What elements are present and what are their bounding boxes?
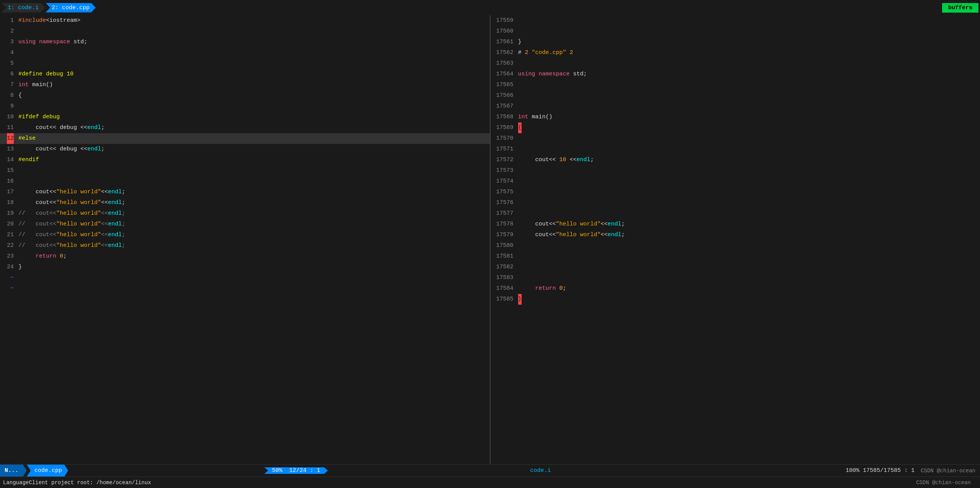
rline-17577: 17577	[491, 208, 980, 219]
bottom-text: LanguageClient project root: /home/ocean…	[3, 480, 151, 486]
status-center: 50% 12/24 : 1	[68, 467, 524, 474]
rline-17570: 17570	[491, 133, 980, 144]
watermark-bottom: CSDN @chian-ocean	[916, 480, 977, 486]
line-1: 1 #include<iostream>	[0, 15, 490, 26]
rline-17560: 17560	[491, 26, 980, 37]
rline-17582: 17582	[491, 262, 980, 273]
watermark: CSDN @chian-ocean	[921, 468, 980, 474]
rline-17585: 17585 }	[491, 294, 980, 305]
left-pane: 1 #include<iostream> 2 3 using namespace…	[0, 15, 491, 464]
rline-17569: 17569 {	[491, 122, 980, 133]
line-tilde-1: ~	[0, 273, 490, 283]
line-12: 12 #else	[0, 133, 490, 144]
line-5: 5	[0, 58, 490, 69]
rline-17573: 17573	[491, 165, 980, 176]
rline-17584: 17584 return 0;	[491, 283, 980, 294]
percent-label: 50%	[272, 467, 282, 474]
editor-container: 1: code.i 2: code.cpp buffers 1 #include…	[0, 0, 980, 488]
line-2: 2	[0, 26, 490, 37]
line-7: 7 int main()	[0, 80, 490, 90]
line-9: 9	[0, 101, 490, 112]
status-bar: N... code.cpp 50% 12/24 : 1 code.i 100% …	[0, 464, 980, 477]
rline-17583: 17583	[491, 273, 980, 283]
status-position: 50% 12/24 : 1	[264, 467, 328, 474]
rline-17559: 17559	[491, 15, 980, 26]
tab-code-cpp-label: 2: code.cpp	[52, 5, 90, 11]
line-11: 11 cout<< debug <<endl;	[0, 122, 490, 133]
line-3: 3 using namespace std;	[0, 37, 490, 47]
rline-17567: 17567	[491, 101, 980, 112]
rline-17579: 17579 cout<<"hello world"<<endl;	[491, 230, 980, 240]
rline-17572: 17572 cout<< 10 <<endl;	[491, 155, 980, 165]
rline-17575: 17575	[491, 187, 980, 197]
tab-code-i-label: 1: code.i	[8, 5, 39, 11]
rline-17564: 17564 using namespace std;	[491, 69, 980, 80]
rline-17566: 17566	[491, 90, 980, 101]
line-14: 14 #endif	[0, 155, 490, 165]
rline-17568: 17568 int main()	[491, 112, 980, 122]
mode-indicator: N...	[0, 465, 27, 477]
line-17: 17 cout<<"hello world"<<endl;	[0, 187, 490, 197]
right-pane: 17559 17560 17561 } 17562 # 2 "code.cpp"…	[491, 15, 980, 464]
rline-17571: 17571	[491, 144, 980, 155]
status-right-info: 100% 17585/17585 : 1	[839, 467, 921, 474]
line-4: 4	[0, 47, 490, 58]
rline-17565: 17565	[491, 80, 980, 90]
line-13: 13 cout<< debug <<endl;	[0, 144, 490, 155]
right-code-area[interactable]: 17559 17560 17561 } 17562 # 2 "code.cpp"…	[491, 15, 980, 464]
rline-17574: 17574	[491, 176, 980, 187]
line-8: 8 {	[0, 90, 490, 101]
line-15: 15	[0, 165, 490, 176]
filename-left-label: code.cpp	[34, 467, 62, 474]
status-filename-right: code.i	[524, 467, 557, 474]
buffers-button[interactable]: buffers	[942, 3, 978, 13]
rline-17578: 17578 cout<<"hello world"<<endl;	[491, 219, 980, 230]
tab-bar: 1: code.i 2: code.cpp buffers	[0, 0, 980, 15]
left-code-area[interactable]: 1 #include<iostream> 2 3 using namespace…	[0, 15, 490, 464]
position-label: 12/24 : 1	[289, 467, 320, 474]
line-16: 16	[0, 176, 490, 187]
line-24: 24 }	[0, 262, 490, 273]
line-18: 18 cout<<"hello world"<<endl;	[0, 197, 490, 208]
status-right: code.i 100% 17585/17585 : 1 CSDN @chian-…	[524, 465, 980, 477]
tabs-left: 1: code.i 2: code.cpp	[2, 3, 96, 13]
rline-17561: 17561 }	[491, 37, 980, 47]
line-23: 23 return 0;	[0, 251, 490, 262]
status-filename-left: code.cpp	[27, 465, 68, 477]
rline-17581: 17581	[491, 251, 980, 262]
editor-panes: 1 #include<iostream> 2 3 using namespace…	[0, 15, 980, 464]
line-19: 19 // cout<<"hello world"<<endl;	[0, 208, 490, 219]
line-tilde-2: ~	[0, 283, 490, 294]
rline-17580: 17580	[491, 240, 980, 251]
rline-17563: 17563	[491, 58, 980, 69]
mode-label: N...	[5, 467, 18, 474]
tab-code-i[interactable]: 1: code.i	[2, 3, 45, 13]
bottom-bar: LanguageClient project root: /home/ocean…	[0, 477, 980, 488]
line-21: 21 // cout<<"hello world"<<endl;	[0, 230, 490, 240]
buffers-label: buffers	[948, 5, 972, 11]
rline-17576: 17576	[491, 197, 980, 208]
line-22: 22 // cout<<"hello world"<<endl;	[0, 240, 490, 251]
line-10: 10 #ifdef debug	[0, 112, 490, 122]
line-20: 20 // cout<<"hello world"<<endl;	[0, 219, 490, 230]
line-6: 6 #define debug 10	[0, 69, 490, 80]
tab-code-cpp[interactable]: 2: code.cpp	[46, 3, 96, 13]
status-left: N... code.cpp	[0, 465, 68, 477]
rline-17562: 17562 # 2 "code.cpp" 2	[491, 47, 980, 58]
